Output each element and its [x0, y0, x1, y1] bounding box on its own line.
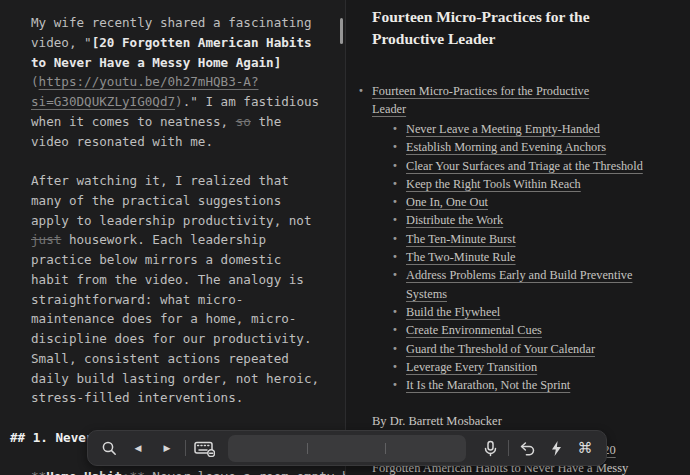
toc-link[interactable]: Address Problems Early and Build Prevent… [406, 268, 632, 282]
editor-line: many of the practical suggestions [31, 191, 345, 211]
editor-line: stress-filled interventions. [31, 388, 345, 408]
editor-text-segment: straightforward: what micro- [31, 292, 243, 307]
toc-link[interactable]: Distribute the Work [406, 213, 503, 227]
editor-text-segment: video resonated with me. [31, 134, 213, 149]
find-next-button[interactable]: ▶ [156, 435, 178, 461]
toc-item: •Clear Your Surfaces and Triage at the T… [406, 157, 643, 175]
editor-text-segment: ." I am fastidious [183, 94, 319, 109]
toc-link[interactable]: Build the Flywheel [406, 305, 500, 319]
toc-link[interactable]: Leverage Every Transition [406, 360, 537, 374]
toc-item: •Create Environmental Cues [406, 321, 643, 339]
editor-text-segment: apply to leadership productivity, not [31, 213, 312, 228]
toc-line: •Address Problems Early and Build Preven… [406, 266, 643, 284]
toc-line: •One In, One Out [406, 193, 643, 211]
bullet-icon: • [392, 376, 398, 394]
toc-line: •Distribute the Work [406, 211, 643, 229]
editor-text-segment: housework. Each leadership [61, 232, 266, 247]
toc-line: •It Is the Marathon, Not the Sprint [406, 376, 643, 394]
editor-text-segment: ( [31, 74, 39, 89]
toolbar-separator [185, 440, 186, 456]
bullet-icon: • [392, 340, 398, 358]
toc-line: •Fourteen Micro-Practices for the Produc… [372, 82, 589, 100]
toc-line: •Keep the Right Tools Within Reach [406, 175, 643, 193]
editor-text-segment: when it comes to neatness, [31, 114, 236, 129]
editor-line: practice below mirrors a domestic [31, 250, 345, 270]
editor-text-segment: to Never Have a Messy Home Again] [31, 55, 281, 70]
editor-line: straightforward: what micro- [31, 290, 345, 310]
markdown-editor-pane[interactable]: My wife recently shared a fascinatingvid… [0, 0, 345, 475]
editor-text-segment: si=G30DQUKZLyIG0Qd7 [31, 94, 175, 109]
toc-link[interactable]: Leader [372, 102, 406, 116]
bullet-icon: • [392, 248, 398, 266]
editor-text-segment: so [236, 114, 251, 129]
toc-link[interactable]: Fourteen Micro-Practices for the Product… [372, 84, 589, 98]
quicktype-input-field[interactable] [228, 435, 466, 462]
bullet-icon: • [392, 120, 398, 138]
search-button[interactable] [98, 435, 120, 461]
input-separator [307, 443, 308, 454]
editor-line: si=G30DQUKZLyIG0Qd7)." I am fastidious [31, 92, 345, 112]
preview-title: Fourteen Micro-Practices for theProducti… [372, 6, 590, 50]
editor-text-area[interactable]: My wife recently shared a fascinatingvid… [31, 13, 345, 475]
left-arrow-icon: ◀ [135, 443, 142, 453]
editor-line: video, "[20 Forgotten American Habits [31, 33, 345, 53]
bullet-icon: • [392, 157, 398, 175]
editor-text-segment: ) [175, 94, 183, 109]
toc-link[interactable]: One In, One Out [406, 195, 488, 209]
editor-line: My wife recently shared a fascinating [31, 13, 345, 33]
toc-line: •Build the Flywheel [406, 303, 643, 321]
editor-line: Small, consistent actions repeated [31, 349, 345, 369]
editor-line: daily build lasting order, not heroic, [31, 369, 345, 389]
editor-line: maintenance does for a home, micro- [31, 309, 345, 329]
toc-link[interactable]: Clear Your Surfaces and Triage at the Th… [406, 159, 643, 173]
editor-line [31, 151, 345, 171]
toc-sub-list: •Never Leave a Meeting Empty-Handed•Esta… [406, 120, 643, 394]
microphone-icon [482, 440, 499, 457]
editor-text-segment: discipline does for our productivity. [31, 331, 312, 346]
toc-link[interactable]: Create Environmental Cues [406, 323, 542, 337]
toc-item: •Guard the Threshold of Your Calendar [406, 340, 643, 358]
toc-item: •Never Leave a Meeting Empty-Handed [406, 120, 643, 138]
command-icon: ⌘ [578, 439, 593, 457]
toc-link[interactable]: Systems [406, 287, 447, 301]
toc-item: •The Ten-Minute Burst [406, 230, 643, 248]
editor-text-segment: many of the practical suggestions [31, 193, 281, 208]
toc-item: •Build the Flywheel [406, 303, 643, 321]
keyboard-toolbar: ◀ ▶ [87, 430, 607, 466]
toc-line: •The Two-Minute Rule [406, 248, 643, 266]
toc-line: •Never Leave a Meeting Empty-Handed [406, 120, 643, 138]
bullet-icon: • [392, 266, 398, 284]
editor-line: **Home Habit:** Never leave a room empty… [31, 467, 345, 475]
bullet-icon: • [392, 303, 398, 321]
toc-line: •Leverage Every Transition [406, 358, 643, 376]
toc-item: •Leverage Every Transition [406, 358, 643, 376]
input-separator [385, 443, 386, 454]
keyboard-shortcuts-button[interactable]: ⌘ [574, 435, 596, 461]
bullet-icon: • [392, 321, 398, 339]
quick-action-button[interactable] [545, 435, 567, 461]
editor-scrollbar-thumb[interactable] [340, 18, 343, 44]
toc-link[interactable]: It Is the Marathon, Not the Sprint [406, 378, 570, 392]
editor-text-segment: Small, consistent actions repeated [31, 351, 289, 366]
toc-line: Leader [372, 100, 589, 118]
toc-link[interactable]: Establish Morning and Evening Anchors [406, 140, 606, 154]
editor-text-segment: ** [130, 469, 145, 475]
toc-link[interactable]: Never Leave a Meeting Empty-Handed [406, 122, 600, 136]
undo-button[interactable] [516, 435, 538, 461]
editor-text-segment: practice below mirrors a domestic [31, 252, 281, 267]
bullet-icon: • [392, 230, 398, 248]
editor-text-segment: https://youtu.be/0h27mHQB3-A? [39, 74, 259, 89]
toc-link[interactable]: The Two-Minute Rule [406, 250, 516, 264]
editor-text-segment: Home Habit: [46, 469, 129, 475]
search-icon [101, 440, 118, 457]
toc-link[interactable]: The Ten-Minute Burst [406, 232, 516, 246]
toc-line: •Guard the Threshold of Your Calendar [406, 340, 643, 358]
toc-item: •Keep the Right Tools Within Reach [406, 175, 643, 193]
dismiss-keyboard-button[interactable] [193, 435, 215, 461]
dictation-button[interactable] [479, 435, 501, 461]
editor-text-segment: maintenance does for a home, micro- [31, 311, 296, 326]
toc-link[interactable]: Keep the Right Tools Within Reach [406, 177, 581, 191]
toc-link[interactable]: Guard the Threshold of Your Calendar [406, 342, 595, 356]
byline: By Dr. Barrett Mosbacker [372, 412, 502, 430]
find-previous-button[interactable]: ◀ [127, 435, 149, 461]
